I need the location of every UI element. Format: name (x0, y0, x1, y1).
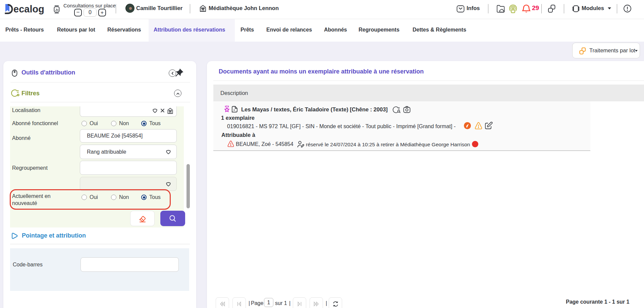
svg-text:ecalog: ecalog (13, 4, 44, 14)
